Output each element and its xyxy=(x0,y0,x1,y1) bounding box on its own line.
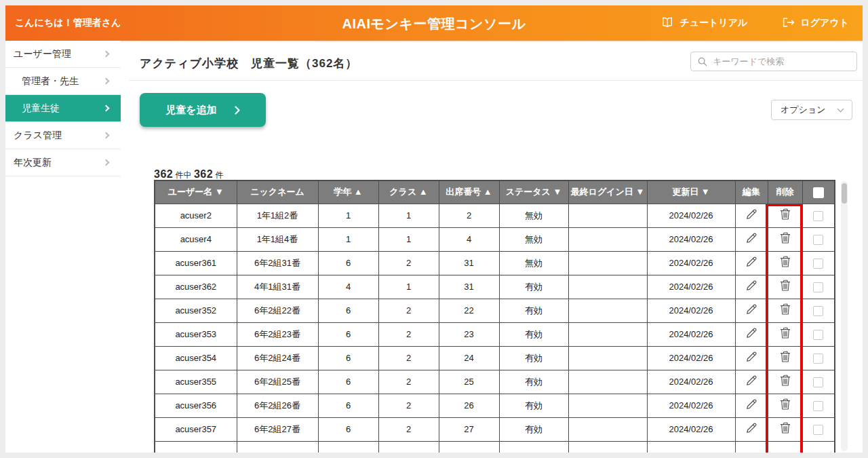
pencil-icon xyxy=(745,332,758,342)
cell-grade: 6 xyxy=(318,370,378,394)
row-checkbox[interactable] xyxy=(813,306,823,316)
cell-username: acuser2 xyxy=(155,204,237,227)
cell-number: 31 xyxy=(439,251,499,275)
chevron-right-icon xyxy=(103,105,110,112)
sidebar-item-admins-teachers[interactable]: 管理者・先生 xyxy=(5,68,121,95)
edit-button[interactable] xyxy=(742,206,761,225)
cell-nickname: 6年2組31番 xyxy=(237,251,318,275)
col-header-last_login[interactable]: 最終ログイン日 ▼ xyxy=(568,180,647,204)
sidebar: ユーザー管理 管理者・先生 児童生徒 クラス管理 年次更新 xyxy=(5,41,121,176)
sidebar-item-class-management[interactable]: クラス管理 xyxy=(5,122,121,149)
cell-status: 有効 xyxy=(499,346,568,370)
cell-nickname: 4年1組31番 xyxy=(237,275,318,299)
cell-class: 1 xyxy=(378,275,439,299)
trash-icon xyxy=(779,284,791,294)
edit-button[interactable] xyxy=(742,254,761,272)
delete-button[interactable] xyxy=(776,254,794,272)
delete-button[interactable] xyxy=(776,396,794,415)
sidebar-item-label: クラス管理 xyxy=(14,130,62,142)
col-header-grade[interactable]: 学年 ▲ xyxy=(318,180,378,204)
options-dropdown[interactable]: オプション xyxy=(771,100,852,120)
search-input[interactable] xyxy=(713,56,850,66)
col-header-select[interactable] xyxy=(802,180,835,204)
cell-status: 有効 xyxy=(499,322,568,346)
cell-grade: 1 xyxy=(318,204,378,227)
cell-grade: 6 xyxy=(318,251,378,275)
cell-updated: 2024/02/26 xyxy=(647,370,735,394)
delete-button[interactable] xyxy=(776,325,794,343)
col-header-username[interactable]: ユーザー名 ▼ xyxy=(155,180,237,204)
table-scrollbar-thumb[interactable] xyxy=(842,183,847,204)
col-header-updated[interactable]: 更新日 ▼ xyxy=(647,180,735,204)
row-checkbox[interactable] xyxy=(813,330,823,340)
row-checkbox[interactable] xyxy=(813,425,823,435)
cell-updated: 2024/02/26 xyxy=(647,417,735,441)
delete-button[interactable] xyxy=(776,349,794,367)
row-checkbox[interactable] xyxy=(813,211,823,221)
edit-button[interactable] xyxy=(742,373,761,391)
cell-last_login xyxy=(568,370,647,394)
cell-number: 2 xyxy=(439,204,499,227)
chevron-right-icon xyxy=(103,132,110,139)
chevron-right-icon xyxy=(103,78,110,85)
row-checkbox[interactable] xyxy=(813,282,823,292)
cell-number: 26 xyxy=(439,394,499,417)
cell-grade: 6 xyxy=(318,322,378,346)
logout-label: ログアウト xyxy=(800,17,849,29)
row-checkbox[interactable] xyxy=(813,235,823,245)
cell-status: 有効 xyxy=(499,299,568,322)
col-header-number[interactable]: 出席番号 ▲ xyxy=(439,180,499,204)
book-icon xyxy=(660,17,674,30)
pencil-icon xyxy=(745,403,758,413)
cell-last_login xyxy=(568,394,647,417)
table-scrollbar-track[interactable] xyxy=(841,181,848,451)
col-header-status[interactable]: ステータス ▼ xyxy=(499,180,568,204)
cell-username: acuser352 xyxy=(155,299,237,322)
page-title: アクティブ小学校 児童一覧（362名） xyxy=(140,56,357,71)
delete-button[interactable] xyxy=(776,206,794,225)
app-viewport: こんにちは！管理者さん AIAIモンキー管理コンソール チュートリアル xyxy=(5,5,863,453)
add-student-button[interactable]: 児童を追加 xyxy=(140,93,266,127)
students-table: ユーザー名 ▼ニックネーム学年 ▲クラス ▲出席番号 ▲ステータス ▼最終ログイ… xyxy=(154,180,835,453)
sidebar-item-students[interactable]: 児童生徒 xyxy=(5,95,121,122)
delete-button[interactable] xyxy=(776,230,794,248)
edit-button[interactable] xyxy=(742,325,761,343)
row-checkbox[interactable] xyxy=(813,377,823,387)
sidebar-item-annual-update[interactable]: 年次更新 xyxy=(5,149,121,176)
col-header-class[interactable]: クラス ▲ xyxy=(378,180,439,204)
table-header-row: ユーザー名 ▼ニックネーム学年 ▲クラス ▲出席番号 ▲ステータス ▼最終ログイ… xyxy=(155,180,835,204)
logout-button[interactable]: ログアウト xyxy=(783,17,849,30)
row-checkbox[interactable] xyxy=(813,259,823,269)
cell-number: 25 xyxy=(439,370,499,394)
row-checkbox[interactable] xyxy=(813,401,823,411)
edit-button[interactable] xyxy=(742,349,761,367)
trash-icon xyxy=(779,379,791,389)
cell-grade: 6 xyxy=(318,346,378,370)
app-title: AIAIモンキー管理コンソール xyxy=(342,15,526,33)
pencil-icon xyxy=(745,427,758,437)
cell-last_login xyxy=(568,417,647,441)
cell-number: 23 xyxy=(439,322,499,346)
cell-updated: 2024/02/26 xyxy=(647,275,735,299)
delete-button[interactable] xyxy=(776,373,794,391)
trash-icon xyxy=(779,237,791,247)
sidebar-item-user-management[interactable]: ユーザー管理 xyxy=(5,41,121,68)
delete-button[interactable] xyxy=(776,278,794,296)
edit-button[interactable] xyxy=(742,301,761,320)
delete-button[interactable] xyxy=(776,301,794,320)
cell-last_login xyxy=(568,322,647,346)
sidebar-item-label: 児童生徒 xyxy=(22,102,60,115)
cell-username: acuser354 xyxy=(155,346,237,370)
cell-number: 22 xyxy=(439,299,499,322)
students-table-wrap: ユーザー名 ▼ニックネーム学年 ▲クラス ▲出席番号 ▲ステータス ▼最終ログイ… xyxy=(154,180,837,453)
select-all-checkbox[interactable] xyxy=(813,187,824,198)
trash-icon xyxy=(779,213,791,223)
edit-button[interactable] xyxy=(742,278,761,296)
cell-class: 1 xyxy=(378,227,439,251)
edit-button[interactable] xyxy=(742,396,761,415)
edit-button[interactable] xyxy=(742,420,761,438)
delete-button[interactable] xyxy=(776,420,794,438)
row-checkbox[interactable] xyxy=(813,354,823,364)
edit-button[interactable] xyxy=(742,230,761,248)
tutorial-button[interactable]: チュートリアル xyxy=(660,17,747,30)
